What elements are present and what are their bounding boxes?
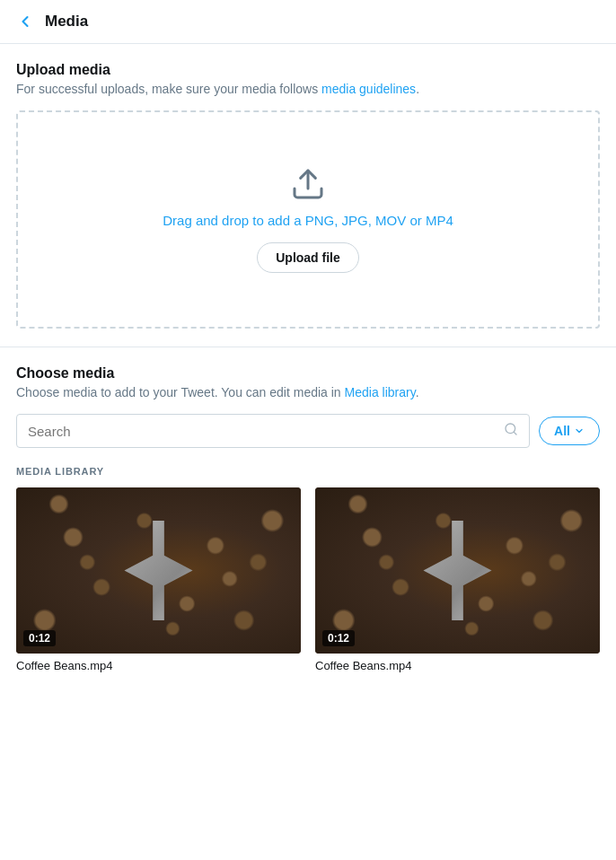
media-library-link[interactable]: Media library [345, 385, 416, 399]
media-thumbnail: 0:12 [16, 487, 301, 654]
header: Media [0, 0, 616, 44]
svg-line-2 [514, 432, 516, 434]
media-guidelines-link[interactable]: media guidelines [321, 82, 416, 96]
drag-drop-text: Drag and drop to add a PNG, JPG, MOV or … [163, 213, 453, 228]
upload-icon [290, 166, 326, 202]
choose-media-description: Choose media to add to your Tweet. You c… [16, 385, 600, 399]
thumbnail-image [315, 487, 600, 654]
upload-description: For successful uploads, make sure your m… [16, 82, 600, 96]
duration-badge: 0:12 [322, 630, 355, 646]
back-button[interactable] [16, 13, 34, 31]
media-filename: Coffee Beans.mp4 [315, 659, 600, 672]
search-icon [504, 422, 518, 440]
choose-media-section: Choose media Choose media to add to your… [0, 347, 616, 672]
duration-badge: 0:12 [23, 630, 56, 646]
media-filename: Coffee Beans.mp4 [16, 659, 301, 672]
search-input[interactable] [28, 424, 504, 439]
upload-desc-period: . [416, 82, 419, 96]
choose-media-title: Choose media [16, 365, 600, 382]
search-row: All [16, 414, 600, 448]
thumbnail-image [16, 487, 301, 654]
page-title: Media [45, 13, 88, 31]
upload-section: Upload media For successful uploads, mak… [0, 44, 616, 347]
upload-dropzone[interactable]: Drag and drop to add a PNG, JPG, MOV or … [16, 110, 600, 329]
chevron-down-icon [574, 426, 585, 436]
media-grid: 0:12 Coffee Beans.mp4 0:12 Coffee Beans.… [16, 487, 600, 672]
filter-label: All [554, 424, 570, 438]
upload-title: Upload media [16, 62, 600, 78]
search-container [16, 414, 530, 448]
upload-desc-text: For successful uploads, make sure your m… [16, 82, 321, 96]
filter-button[interactable]: All [539, 417, 600, 445]
upload-file-button[interactable]: Upload file [257, 242, 359, 273]
media-library-label: MEDIA LIBRARY [16, 466, 600, 477]
list-item[interactable]: 0:12 Coffee Beans.mp4 [16, 487, 301, 672]
media-thumbnail: 0:12 [315, 487, 600, 654]
choose-desc-period: . [416, 385, 419, 399]
choose-desc-text: Choose media to add to your Tweet. You c… [16, 385, 345, 399]
list-item[interactable]: 0:12 Coffee Beans.mp4 [315, 487, 600, 672]
